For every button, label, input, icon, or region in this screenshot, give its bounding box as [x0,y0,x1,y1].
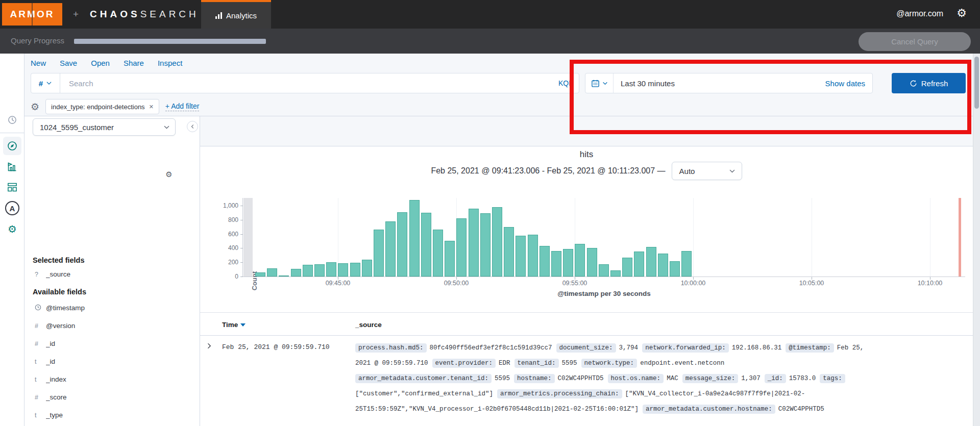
refresh-button[interactable]: Refresh [892,73,966,93]
histogram-bar[interactable] [587,248,597,277]
histogram-bar[interactable] [480,213,491,277]
histogram-bar[interactable] [326,262,336,277]
filter-options-gear-icon[interactable]: ⚙ [31,101,39,113]
add-filter-button[interactable]: + Add filter [165,102,200,111]
y-tick-label: 200 [208,259,238,266]
histogram-bar[interactable] [504,227,514,277]
index-pattern-selector[interactable]: 1024_5595_customer [33,118,176,136]
histogram-bar[interactable] [670,261,680,277]
histogram-bar[interactable] [385,221,396,277]
histogram-bar[interactable] [634,252,644,277]
tab-analytics[interactable]: Analytics [201,0,271,29]
histogram-bar[interactable] [658,254,668,277]
vertical-scrollbar[interactable] [973,54,980,426]
interval-dropdown[interactable]: Auto [672,162,742,180]
histogram-bar[interactable] [622,258,632,277]
query-progress-indicator [74,39,266,44]
field-item-_index[interactable]: t_index [24,370,200,388]
x-tick-mark [812,277,812,280]
histogram-bar[interactable] [267,268,277,277]
histogram-bar[interactable] [681,251,692,277]
field-item-_score[interactable]: #_score [24,388,200,406]
time-range-value[interactable]: Last 30 minutes [621,79,825,88]
histogram-bar[interactable] [575,244,585,277]
histogram-bar[interactable] [338,263,348,277]
nav-discover-button[interactable] [3,137,21,155]
histogram-bar[interactable] [456,218,467,277]
expand-row-button[interactable] [206,342,213,352]
histogram-bar[interactable] [599,264,609,277]
histogram-bar[interactable] [528,235,538,277]
histogram-bar[interactable] [540,246,550,277]
source-field-badge: armor_metrics.processing_chain: [497,389,622,398]
nav-app-a-button[interactable]: A [3,199,21,217]
source-field-value: ["customer","confirmed_external_id"] [355,390,493,397]
menu-new[interactable]: New [31,59,46,67]
histogram-bar[interactable] [492,207,502,277]
menu-save[interactable]: Save [60,59,77,67]
cancel-query-button[interactable]: Cancel Query [859,32,971,51]
settings-gear-icon[interactable]: ⚙ [957,7,967,20]
histogram-bar[interactable] [362,260,372,277]
x-tick-mark [575,277,575,280]
recent-items-button[interactable] [3,111,21,129]
filter-pill-index-type[interactable]: index_type: endpoint-detections ✕ [45,99,159,114]
y-tick-mark [240,206,243,206]
source-field-value: 5595 [495,375,510,382]
column-header-time[interactable]: Time [222,321,246,329]
field-item-@timestamp[interactable]: @timestamp [24,299,200,317]
nav-management-button[interactable]: ⚙ [3,220,21,238]
calendar-dropdown[interactable] [585,73,614,93]
field-item-_id[interactable]: t_id [24,353,200,370]
remove-filter-icon[interactable]: ✕ [149,104,154,110]
table-header-row: Time _source [200,313,973,336]
histogram-bar[interactable] [563,249,573,277]
histogram-bar[interactable] [433,230,443,277]
histogram-bar[interactable] [397,212,407,277]
scrollbar-thumb[interactable] [974,57,979,109]
histogram-bar[interactable] [610,270,621,277]
histogram-plot[interactable]: Count @timestamp per 30 seconds 02004006… [242,198,965,277]
source-field-badge: network.type: [581,359,638,368]
nav-visualize-button[interactable] [3,158,21,176]
fields-settings-gear-icon[interactable]: ⚙ [162,168,176,181]
x-tick-label: 09:50:00 [433,280,479,287]
field-item-@version[interactable]: #@version [24,317,200,335]
calendar-icon [591,79,600,88]
histogram-bar[interactable] [551,251,561,277]
histogram-bar[interactable] [255,272,265,277]
kql-toggle[interactable]: KQL [558,79,573,87]
query-type-dropdown[interactable]: # [31,73,60,93]
histogram-bar[interactable] [409,200,420,277]
histogram-bar[interactable] [314,264,325,277]
x-tick-label: 10:05:00 [789,280,835,287]
histogram-bar[interactable] [469,209,479,277]
histogram-bar[interactable] [303,265,313,277]
histogram-bar[interactable] [516,236,526,277]
histogram-bar[interactable] [350,263,360,277]
nav-dashboard-button[interactable] [3,178,21,196]
histogram-bar[interactable] [291,269,301,277]
search-input[interactable]: Search [69,79,558,88]
app-a-icon: A [5,201,19,215]
menu-share[interactable]: Share [124,59,144,67]
source-field-badge: hostname: [514,374,555,383]
time-range-picker[interactable]: Last 30 minutes Show dates [585,73,873,93]
field-item-armor_metadata.customer.a...[interactable]: tarmor_metadata.customer.a... [24,424,200,426]
histogram-bar[interactable] [374,230,384,277]
histogram-bar[interactable] [445,241,455,277]
menu-open[interactable]: Open [91,59,110,67]
show-dates-button[interactable]: Show dates [825,79,865,88]
field-item-_id[interactable]: #_id [24,335,200,353]
histogram-bar[interactable] [421,213,431,277]
field-item-_type[interactable]: t_type [24,406,200,424]
histogram-bar[interactable] [646,247,656,277]
source-field-value: 3,794 [619,344,639,352]
field-item-_source[interactable]: ?_source [24,265,200,283]
collapse-sidebar-button[interactable] [187,121,198,132]
menu-inspect[interactable]: Inspect [158,59,182,67]
source-field-value: MAC [667,375,678,382]
field-type-string-icon: t [35,376,36,383]
histogram-bar[interactable] [279,275,289,277]
source-field-badge: event.provider: [432,359,496,368]
